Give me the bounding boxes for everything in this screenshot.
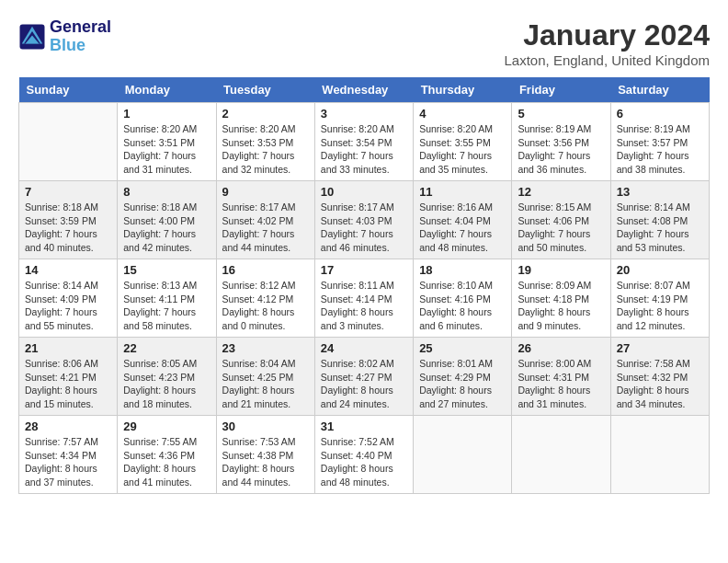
location-subtitle: Laxton, England, United Kingdom: [505, 52, 710, 68]
day-number: 30: [222, 419, 309, 433]
day-info: Sunrise: 8:02 AM Sunset: 4:27 PM Dayligh…: [321, 357, 407, 411]
day-info: Sunrise: 8:18 AM Sunset: 4:00 PM Dayligh…: [123, 201, 210, 255]
calendar-cell: 7Sunrise: 8:18 AM Sunset: 3:59 PM Daylig…: [19, 181, 118, 259]
logo-text: GeneralBlue: [50, 18, 111, 55]
weekday-header-sunday: Sunday: [19, 77, 118, 103]
day-number: 15: [123, 263, 210, 277]
day-info: Sunrise: 8:20 AM Sunset: 3:55 PM Dayligh…: [419, 122, 506, 177]
day-number: 24: [321, 341, 407, 355]
weekday-header-thursday: Thursday: [414, 77, 512, 103]
calendar-cell: 5Sunrise: 8:19 AM Sunset: 3:56 PM Daylig…: [512, 103, 610, 181]
day-number: 20: [617, 263, 703, 277]
calendar-cell: 12Sunrise: 8:15 AM Sunset: 4:06 PM Dayli…: [512, 181, 610, 259]
day-number: 1: [123, 107, 210, 121]
day-number: 2: [222, 107, 309, 121]
weekday-header-saturday: Saturday: [610, 77, 709, 103]
day-info: Sunrise: 8:20 AM Sunset: 3:53 PM Dayligh…: [222, 122, 309, 177]
day-info: Sunrise: 8:17 AM Sunset: 4:03 PM Dayligh…: [321, 201, 407, 255]
calendar-week-row: 21Sunrise: 8:06 AM Sunset: 4:21 PM Dayli…: [19, 338, 710, 416]
day-info: Sunrise: 8:20 AM Sunset: 3:51 PM Dayligh…: [123, 122, 210, 177]
calendar-cell: 20Sunrise: 8:07 AM Sunset: 4:19 PM Dayli…: [610, 259, 709, 338]
day-info: Sunrise: 8:07 AM Sunset: 4:19 PM Dayligh…: [617, 279, 703, 333]
calendar-cell: 2Sunrise: 8:20 AM Sunset: 3:53 PM Daylig…: [216, 103, 314, 181]
calendar-cell: 8Sunrise: 8:18 AM Sunset: 4:00 PM Daylig…: [118, 181, 216, 259]
calendar-cell: 22Sunrise: 8:05 AM Sunset: 4:23 PM Dayli…: [118, 338, 216, 416]
day-info: Sunrise: 8:18 AM Sunset: 3:59 PM Dayligh…: [25, 201, 111, 255]
calendar-cell: 10Sunrise: 8:17 AM Sunset: 4:03 PM Dayli…: [314, 181, 413, 259]
calendar-cell: 30Sunrise: 7:53 AM Sunset: 4:38 PM Dayli…: [216, 416, 314, 494]
weekday-header-tuesday: Tuesday: [216, 77, 314, 103]
calendar-cell: 4Sunrise: 8:20 AM Sunset: 3:55 PM Daylig…: [414, 103, 512, 181]
day-number: 19: [518, 263, 604, 277]
day-number: 8: [123, 185, 210, 199]
calendar-week-row: 14Sunrise: 8:14 AM Sunset: 4:09 PM Dayli…: [19, 259, 710, 338]
day-info: Sunrise: 8:00 AM Sunset: 4:31 PM Dayligh…: [518, 357, 604, 411]
day-number: 27: [617, 341, 703, 355]
day-info: Sunrise: 8:11 AM Sunset: 4:14 PM Dayligh…: [321, 279, 407, 333]
day-number: 16: [222, 263, 309, 277]
calendar-cell: 15Sunrise: 8:13 AM Sunset: 4:11 PM Dayli…: [118, 259, 216, 338]
calendar-cell: [414, 416, 512, 494]
calendar-cell: [610, 416, 709, 494]
weekday-header-friday: Friday: [512, 77, 610, 103]
calendar-cell: 31Sunrise: 7:52 AM Sunset: 4:40 PM Dayli…: [314, 416, 413, 494]
day-info: Sunrise: 8:04 AM Sunset: 4:25 PM Dayligh…: [222, 357, 309, 411]
day-number: 21: [25, 341, 111, 355]
day-info: Sunrise: 8:05 AM Sunset: 4:23 PM Dayligh…: [123, 357, 210, 411]
day-number: 5: [518, 107, 604, 121]
calendar-cell: 11Sunrise: 8:16 AM Sunset: 4:04 PM Dayli…: [414, 181, 512, 259]
calendar-table: SundayMondayTuesdayWednesdayThursdayFrid…: [18, 77, 710, 494]
day-info: Sunrise: 8:17 AM Sunset: 4:02 PM Dayligh…: [222, 201, 309, 255]
day-number: 9: [222, 185, 309, 199]
day-info: Sunrise: 7:57 AM Sunset: 4:34 PM Dayligh…: [25, 435, 111, 489]
day-number: 13: [617, 185, 703, 199]
day-number: 6: [617, 107, 703, 121]
day-number: 17: [321, 263, 407, 277]
calendar-cell: 1Sunrise: 8:20 AM Sunset: 3:51 PM Daylig…: [118, 103, 216, 181]
title-area: January 2024 Laxton, England, United Kin…: [505, 18, 710, 68]
weekday-header-wednesday: Wednesday: [314, 77, 413, 103]
day-number: 4: [419, 107, 506, 121]
calendar-cell: 9Sunrise: 8:17 AM Sunset: 4:02 PM Daylig…: [216, 181, 314, 259]
day-info: Sunrise: 8:14 AM Sunset: 4:09 PM Dayligh…: [25, 279, 111, 333]
calendar-cell: 21Sunrise: 8:06 AM Sunset: 4:21 PM Dayli…: [19, 338, 118, 416]
weekday-header-monday: Monday: [118, 77, 216, 103]
day-number: 22: [123, 341, 210, 355]
day-info: Sunrise: 8:19 AM Sunset: 3:57 PM Dayligh…: [617, 122, 703, 177]
day-number: 28: [25, 419, 111, 433]
day-info: Sunrise: 8:12 AM Sunset: 4:12 PM Dayligh…: [222, 279, 309, 333]
calendar-cell: 14Sunrise: 8:14 AM Sunset: 4:09 PM Dayli…: [19, 259, 118, 338]
day-info: Sunrise: 8:14 AM Sunset: 4:08 PM Dayligh…: [617, 201, 703, 255]
calendar-week-row: 28Sunrise: 7:57 AM Sunset: 4:34 PM Dayli…: [19, 416, 710, 494]
day-info: Sunrise: 8:10 AM Sunset: 4:16 PM Dayligh…: [419, 279, 506, 333]
day-number: 23: [222, 341, 309, 355]
calendar-cell: [512, 416, 610, 494]
day-number: 10: [321, 185, 407, 199]
day-number: 7: [25, 185, 111, 199]
calendar-cell: 26Sunrise: 8:00 AM Sunset: 4:31 PM Dayli…: [512, 338, 610, 416]
day-info: Sunrise: 8:06 AM Sunset: 4:21 PM Dayligh…: [25, 357, 111, 411]
day-info: Sunrise: 7:58 AM Sunset: 4:32 PM Dayligh…: [617, 357, 703, 411]
calendar-cell: 19Sunrise: 8:09 AM Sunset: 4:18 PM Dayli…: [512, 259, 610, 338]
calendar-cell: 24Sunrise: 8:02 AM Sunset: 4:27 PM Dayli…: [314, 338, 413, 416]
day-info: Sunrise: 8:20 AM Sunset: 3:54 PM Dayligh…: [321, 122, 407, 177]
calendar-cell: 13Sunrise: 8:14 AM Sunset: 4:08 PM Dayli…: [610, 181, 709, 259]
logo-icon: [18, 23, 46, 51]
header: GeneralBlue January 2024 Laxton, England…: [18, 18, 710, 68]
calendar-cell: 28Sunrise: 7:57 AM Sunset: 4:34 PM Dayli…: [19, 416, 118, 494]
day-number: 12: [518, 185, 604, 199]
day-number: 3: [321, 107, 407, 121]
calendar-week-row: 7Sunrise: 8:18 AM Sunset: 3:59 PM Daylig…: [19, 181, 710, 259]
month-year-title: January 2024: [505, 18, 710, 52]
weekday-header-row: SundayMondayTuesdayWednesdayThursdayFrid…: [19, 77, 710, 103]
day-number: 11: [419, 185, 506, 199]
day-info: Sunrise: 8:15 AM Sunset: 4:06 PM Dayligh…: [518, 201, 604, 255]
day-number: 31: [321, 419, 407, 433]
calendar-week-row: 1Sunrise: 8:20 AM Sunset: 3:51 PM Daylig…: [19, 103, 710, 181]
day-number: 26: [518, 341, 604, 355]
calendar-cell: 25Sunrise: 8:01 AM Sunset: 4:29 PM Dayli…: [414, 338, 512, 416]
calendar-cell: 27Sunrise: 7:58 AM Sunset: 4:32 PM Dayli…: [610, 338, 709, 416]
calendar-cell: 18Sunrise: 8:10 AM Sunset: 4:16 PM Dayli…: [414, 259, 512, 338]
day-info: Sunrise: 8:01 AM Sunset: 4:29 PM Dayligh…: [419, 357, 506, 411]
day-number: 18: [419, 263, 506, 277]
